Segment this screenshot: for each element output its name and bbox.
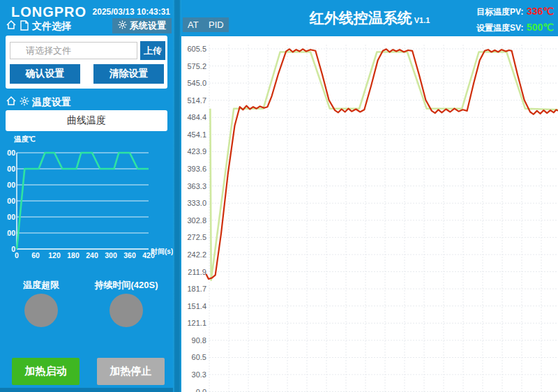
panel-divider[interactable] — [173, 0, 181, 392]
file-select-label: 文件选择 — [32, 20, 71, 33]
main-chart-panel: 605.5575.2545.0514.7484.4454.1423.9393.6… — [181, 36, 558, 392]
horizontal-scrollbar[interactable] — [0, 388, 173, 392]
heating-start-button[interactable]: 加热启动 — [12, 358, 80, 385]
svg-text:30.3: 30.3 — [192, 370, 206, 379]
gear-icon — [118, 20, 127, 31]
home-icon[interactable] — [6, 20, 17, 33]
svg-text:363.3: 363.3 — [187, 182, 206, 190]
svg-text:151.4: 151.4 — [187, 302, 206, 310]
svg-text:360: 360 — [123, 251, 136, 259]
svg-text:时间(s): 时间(s) — [151, 248, 173, 255]
svg-text:605.5: 605.5 — [187, 45, 206, 53]
at-mode-button[interactable]: AT — [183, 17, 204, 32]
svg-text:423.9: 423.9 — [187, 147, 206, 156]
over-limit-indicator — [24, 294, 58, 327]
svg-text:300: 300 — [7, 197, 15, 205]
file-icon — [20, 20, 29, 33]
svg-text:121.1: 121.1 — [187, 319, 206, 327]
svg-text:温度℃: 温度℃ — [13, 135, 36, 143]
svg-text:200: 200 — [7, 213, 15, 221]
home-icon[interactable] — [6, 96, 17, 110]
svg-text:60.5: 60.5 — [192, 353, 206, 361]
file-upload-card: 上传 确认设置 清除设置 — [6, 36, 167, 89]
system-settings-button[interactable]: 系统设置 — [112, 18, 172, 33]
svg-text:211.9: 211.9 — [188, 268, 206, 276]
sv-label: 设置温度SV: — [476, 23, 523, 33]
left-panel: LONGPRO 2025/03/13 10:43:31 文件选择 系统设置 上传… — [0, 0, 173, 392]
svg-text:400: 400 — [7, 181, 15, 189]
svg-text:272.5: 272.5 — [187, 233, 206, 241]
logo: LONGPRO — [11, 4, 86, 20]
app-title-text: 红外线控温系统 — [310, 10, 412, 26]
confirm-settings-button[interactable]: 确认设置 — [10, 64, 80, 84]
svg-text:90.8: 90.8 — [192, 336, 206, 345]
mini-setpoint-chart: 0100200300400500600060120180240300360420… — [7, 134, 174, 268]
svg-text:242.2: 242.2 — [187, 250, 206, 259]
svg-text:575.2: 575.2 — [187, 62, 206, 70]
gear-icon — [20, 96, 29, 109]
app-version: V1.1 — [414, 16, 430, 24]
svg-text:454.1: 454.1 — [187, 130, 206, 139]
file-select-header: 文件选择 — [6, 20, 71, 33]
svg-text:300: 300 — [105, 251, 117, 259]
file-select-input[interactable] — [10, 42, 137, 59]
svg-text:120: 120 — [48, 251, 61, 259]
svg-text:240: 240 — [86, 251, 98, 259]
sv-value: 500℃ — [527, 22, 554, 33]
svg-text:484.4: 484.4 — [187, 113, 206, 121]
svg-text:181.7: 181.7 — [187, 285, 206, 293]
svg-text:500: 500 — [7, 165, 15, 173]
right-header: 红外线控温系统V1.1 AT PID 目标温度PV: 336℃ 设置温度SV: … — [181, 0, 558, 36]
main-temperature-chart: 605.5575.2545.0514.7484.4454.1423.9393.6… — [181, 36, 558, 392]
svg-text:100: 100 — [7, 229, 15, 237]
svg-text:393.6: 393.6 — [187, 165, 206, 173]
svg-text:545.0: 545.0 — [187, 79, 206, 87]
pv-label: 目标温度PV: — [476, 7, 523, 17]
svg-text:333.0: 333.0 — [187, 199, 206, 207]
svg-text:0: 0 — [15, 251, 19, 259]
temp-settings-header: 温度设置 — [6, 96, 71, 109]
svg-text:600: 600 — [7, 149, 15, 157]
clear-settings-button[interactable]: 清除设置 — [93, 64, 164, 84]
heating-stop-button[interactable]: 加热停止 — [97, 358, 165, 385]
svg-text:302.8: 302.8 — [187, 216, 206, 225]
datetime-display: 2025/03/13 10:43:31 — [93, 7, 170, 17]
upload-button[interactable]: 上传 — [140, 41, 165, 60]
duration-label: 持续时间(420S) — [88, 279, 165, 292]
system-settings-label: 系统设置 — [130, 20, 166, 32]
svg-text:60: 60 — [31, 251, 40, 259]
pv-value: 336℃ — [527, 6, 554, 17]
pid-mode-button[interactable]: PID — [204, 17, 229, 32]
curve-temperature-selector[interactable]: 曲线温度 — [6, 110, 167, 131]
temp-settings-label: 温度设置 — [32, 96, 71, 109]
over-limit-label: 温度超限 — [6, 279, 76, 292]
duration-indicator — [110, 294, 143, 327]
svg-text:514.7: 514.7 — [187, 96, 206, 105]
svg-text:0.0: 0.0 — [196, 388, 206, 392]
pv-sv-readout: 目标温度PV: 336℃ 设置温度SV: 500℃ — [476, 3, 554, 36]
svg-text:180: 180 — [67, 251, 80, 259]
